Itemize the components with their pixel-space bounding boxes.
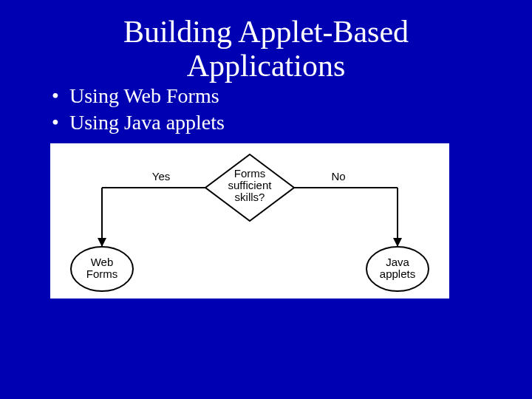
bullet-list: Using Web Forms Using Java applets bbox=[0, 84, 532, 134]
left-outcome-line-2: Forms bbox=[86, 267, 118, 280]
svg-marker-2 bbox=[98, 238, 106, 247]
bullet-item: Using Java applets bbox=[52, 111, 532, 134]
bullet-item: Using Web Forms bbox=[52, 84, 532, 108]
decision-line-1: Forms bbox=[234, 167, 266, 180]
decision-line-3: skills? bbox=[235, 191, 265, 203]
title-line-1: Building Applet-Based bbox=[123, 15, 409, 49]
right-outcome-line-1: Java bbox=[386, 256, 409, 268]
left-outcome-line-1: Web bbox=[91, 256, 114, 268]
title-line-2: Applications bbox=[187, 49, 346, 83]
flowchart-diagram: Yes No Forms sufficient skills? Web Form… bbox=[50, 143, 449, 299]
right-outcome-line-2: applets bbox=[380, 267, 415, 280]
svg-marker-5 bbox=[393, 238, 402, 247]
yes-label: Yes bbox=[152, 170, 170, 183]
slide-title: Building Applet-Based Applications bbox=[0, 0, 532, 83]
no-label: No bbox=[331, 170, 345, 183]
decision-line-2: sufficient bbox=[228, 179, 273, 191]
